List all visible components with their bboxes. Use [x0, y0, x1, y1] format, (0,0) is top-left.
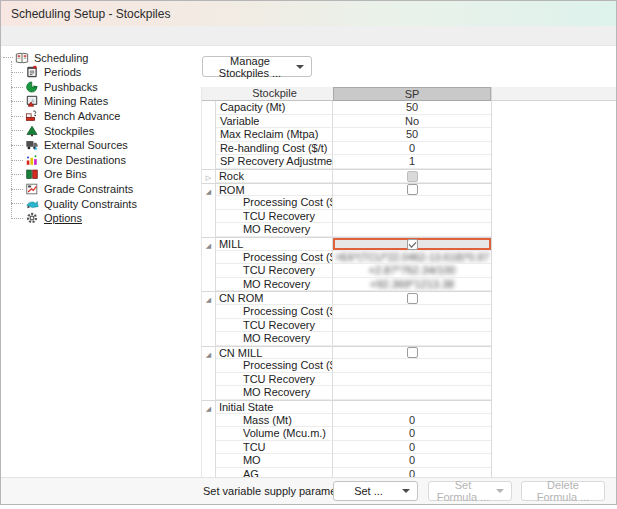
row-label: Processing Cost ($/t): [216, 251, 333, 265]
row-value-cell[interactable]: [333, 373, 491, 387]
grid-row-processing-cost-t: Processing Cost ($/t)=E6*(TCU*22.0462-13…: [202, 251, 491, 265]
row-value-cell[interactable]: 0: [333, 414, 491, 428]
set-button[interactable]: Set ...: [333, 481, 418, 501]
row-label: Initial State: [216, 400, 333, 414]
row-value-cell[interactable]: +92.369*1213.38: [333, 278, 491, 292]
tree-item-bench-advance[interactable]: Bench Advance: [11, 109, 201, 124]
row-value-cell[interactable]: 0: [333, 468, 491, 477]
row-expander[interactable]: ◢: [202, 400, 216, 414]
row-expander[interactable]: ◢: [202, 291, 216, 305]
row-value-cell[interactable]: 0: [333, 441, 491, 455]
row-value-cell[interactable]: 0: [333, 142, 491, 156]
row-expander[interactable]: ◢: [202, 183, 216, 197]
grade-constraints-icon: [25, 182, 39, 196]
row-label: TCU Recovery: [216, 373, 333, 387]
row-expander-empty: [202, 441, 216, 455]
row-label: ROM: [216, 183, 333, 197]
row-label: MO Recovery: [216, 332, 333, 346]
checkbox-unchecked[interactable]: [407, 293, 418, 304]
row-value-cell[interactable]: [333, 332, 491, 346]
row-value-cell[interactable]: 50: [333, 101, 491, 115]
row-value-cell[interactable]: [333, 169, 491, 183]
row-label: TCU Recovery: [216, 210, 333, 224]
row-value-cell[interactable]: [333, 210, 491, 224]
grid-row-processing-cost-t: Processing Cost ($/t): [202, 196, 491, 210]
row-label: Rock: [216, 169, 333, 183]
grid-row-tcu-recovery: TCU Recovery+2.87*762.34/100: [202, 264, 491, 278]
row-expander[interactable]: ◢: [202, 346, 216, 360]
row-value-cell[interactable]: 1: [333, 155, 491, 169]
tree-item-label: Bench Advance: [44, 110, 120, 122]
redacted-value: +2.87*762.34/100: [369, 264, 456, 277]
tree-item-ore-destinations[interactable]: Ore Destinations: [11, 153, 201, 168]
row-value-cell[interactable]: 0: [333, 427, 491, 441]
manage-stockpiles-button[interactable]: Manage Stockpiles ...: [202, 56, 312, 77]
row-label: Max Reclaim (Mtpa): [216, 128, 333, 142]
tree-item-stockpiles[interactable]: Stockpiles: [11, 123, 201, 138]
grid-row-mo: MO0: [202, 454, 491, 468]
row-expander-empty: [202, 468, 216, 477]
row-expander-empty: [202, 305, 216, 319]
row-expander-empty: [202, 414, 216, 428]
row-value-cell[interactable]: 0: [333, 454, 491, 468]
row-value-cell[interactable]: [333, 237, 491, 251]
row-value-cell[interactable]: [333, 400, 491, 414]
checkbox-unchecked[interactable]: [407, 184, 418, 195]
row-value-cell[interactable]: [333, 386, 491, 400]
navigation-tree: Scheduling PeriodsPushbacksMining RatesB…: [1, 46, 201, 477]
tree-item-quality-constraints[interactable]: Quality Constraints: [11, 196, 201, 211]
row-value-cell[interactable]: [333, 346, 491, 360]
grid-row-mass-mt: Mass (Mt)0: [202, 414, 491, 428]
row-value-cell[interactable]: +2.87*762.34/100: [333, 264, 491, 278]
stockpile-content-panel: Manage Stockpiles ... Stockpile SP Capac…: [201, 46, 616, 477]
row-value-cell[interactable]: [333, 183, 491, 197]
row-value-cell[interactable]: [333, 359, 491, 373]
grid-body: Capacity (Mt)50VariableNoMax Reclaim (Mt…: [202, 101, 491, 477]
row-value-cell[interactable]: 50: [333, 128, 491, 142]
dialog-body: Scheduling PeriodsPushbacksMining RatesB…: [1, 46, 616, 477]
checkbox-unchecked[interactable]: [407, 347, 418, 358]
row-value-cell[interactable]: [333, 319, 491, 333]
row-value-cell[interactable]: [333, 305, 491, 319]
row-expander[interactable]: ▷: [202, 169, 216, 183]
row-expander[interactable]: ◢: [202, 237, 216, 251]
tree-item-label: Quality Constraints: [44, 198, 137, 210]
row-expander-empty: [202, 155, 216, 169]
tree-item-mining-rates[interactable]: Mining Rates: [11, 94, 201, 109]
grid-row-re-handling-cost-t: Re-handling Cost ($/t)0: [202, 142, 491, 156]
row-label: CN MILL: [216, 346, 333, 360]
ore-destinations-icon: [25, 153, 39, 167]
pushbacks-icon: [25, 80, 39, 94]
row-label: MO: [216, 454, 333, 468]
column-header-stockpile[interactable]: Stockpile: [216, 87, 333, 101]
checkbox-checked[interactable]: [407, 239, 418, 250]
delete-formula-button[interactable]: Delete Formula ...: [521, 481, 605, 501]
row-label: Variable: [216, 115, 333, 129]
column-header-sp[interactable]: SP: [333, 87, 491, 101]
row-label: AG: [216, 468, 333, 477]
set-formula-button[interactable]: Set Formula ...: [428, 481, 512, 501]
row-value-cell[interactable]: =E6*(TCU*22.0462-13.618)*0.97: [333, 251, 491, 265]
tree-item-options[interactable]: Options: [11, 211, 201, 226]
grid-row-mill: ◢MILL: [202, 237, 491, 251]
grid-row-processing-cost-t: Processing Cost ($/t): [202, 305, 491, 319]
tree-item-external-sources[interactable]: External Sources: [11, 138, 201, 153]
tree-item-pushbacks[interactable]: Pushbacks: [11, 80, 201, 95]
grid-row-tcu: TCU0: [202, 441, 491, 455]
row-expander-empty: [202, 319, 216, 333]
row-value-cell[interactable]: [333, 196, 491, 210]
tree-item-scheduling[interactable]: Scheduling: [1, 50, 201, 65]
row-value-cell[interactable]: [333, 291, 491, 305]
tree-item-ore-bins[interactable]: Ore Bins: [11, 167, 201, 182]
row-expander-empty: [202, 251, 216, 265]
external-sources-icon: [25, 138, 39, 152]
row-value-cell[interactable]: [333, 223, 491, 237]
row-expander-empty: [202, 115, 216, 129]
chevron-down-icon: [496, 489, 504, 493]
tree-item-grade-constraints[interactable]: Grade Constraints: [11, 182, 201, 197]
row-value-cell[interactable]: No: [333, 115, 491, 129]
grid-row-initial-state: ◢Initial State: [202, 400, 491, 414]
row-label: MILL: [216, 237, 333, 251]
tree-item-label: Periods: [44, 66, 81, 78]
tree-item-periods[interactable]: Periods: [11, 65, 201, 80]
